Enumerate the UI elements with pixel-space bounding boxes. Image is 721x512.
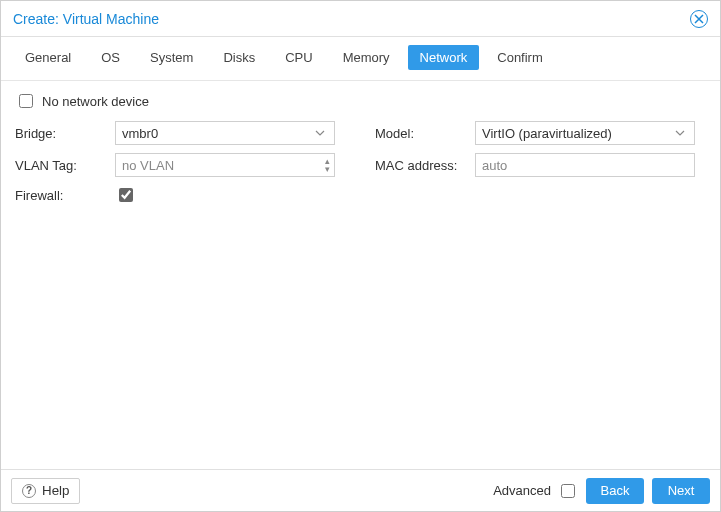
wizard-tabs: General OS System Disks CPU Memory Netwo… (1, 37, 720, 81)
model-label: Model: (375, 126, 475, 141)
tab-cpu[interactable]: CPU (273, 45, 324, 70)
model-combobox[interactable]: VirtIO (paravirtualized) (475, 121, 695, 145)
tab-system[interactable]: System (138, 45, 205, 70)
next-button[interactable]: Next (652, 478, 710, 504)
vlan-label: VLAN Tag: (15, 158, 115, 173)
bridge-label: Bridge: (15, 126, 115, 141)
spinner-icon: ▴▾ (325, 157, 330, 173)
mac-input[interactable]: auto (475, 153, 695, 177)
mac-label: MAC address: (375, 158, 475, 173)
chevron-down-icon (672, 130, 688, 136)
firewall-checkbox[interactable] (119, 188, 133, 202)
help-label: Help (42, 483, 69, 498)
firewall-label: Firewall: (15, 188, 115, 203)
tab-memory[interactable]: Memory (331, 45, 402, 70)
no-network-label: No network device (42, 94, 149, 109)
tab-general[interactable]: General (13, 45, 83, 70)
tab-os[interactable]: OS (89, 45, 132, 70)
tab-network[interactable]: Network (408, 45, 480, 70)
help-button[interactable]: ? Help (11, 478, 80, 504)
network-form: Bridge: vmbr0 Model: VirtIO (paravirtual… (15, 121, 706, 205)
window-title: Create: Virtual Machine (13, 11, 159, 27)
advanced-toggle[interactable]: Advanced (493, 481, 578, 501)
back-button[interactable]: Back (586, 478, 644, 504)
no-network-row: No network device (15, 91, 706, 111)
model-value: VirtIO (paravirtualized) (482, 126, 672, 141)
close-icon[interactable] (690, 10, 708, 28)
vlan-placeholder: no VLAN (122, 158, 325, 173)
no-network-checkbox[interactable] (19, 94, 33, 108)
footer: ? Help Advanced Back Next (1, 469, 720, 511)
mac-placeholder: auto (482, 158, 688, 173)
titlebar: Create: Virtual Machine (1, 1, 720, 37)
network-panel: No network device Bridge: vmbr0 Model: V… (1, 81, 720, 469)
tab-confirm[interactable]: Confirm (485, 45, 555, 70)
firewall-cell (115, 185, 335, 205)
advanced-label: Advanced (493, 483, 551, 498)
tab-disks[interactable]: Disks (211, 45, 267, 70)
bridge-value: vmbr0 (122, 126, 312, 141)
advanced-checkbox[interactable] (561, 484, 575, 498)
help-icon: ? (22, 484, 36, 498)
chevron-down-icon (312, 130, 328, 136)
vlan-spinner[interactable]: no VLAN ▴▾ (115, 153, 335, 177)
bridge-combobox[interactable]: vmbr0 (115, 121, 335, 145)
create-vm-window: Create: Virtual Machine General OS Syste… (0, 0, 721, 512)
